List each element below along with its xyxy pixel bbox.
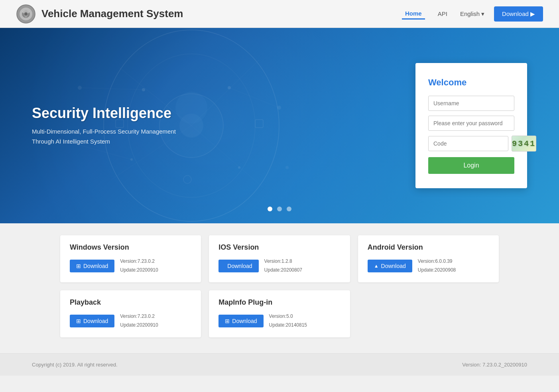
svg-line-23 [229, 88, 279, 108]
app-title: Vehicle Management System [41, 8, 183, 20]
login-card: Welcome 9341 Login [415, 63, 527, 188]
hero-title: Security Intelligence [32, 105, 176, 122]
ios-download-button[interactable]: Download [218, 260, 258, 272]
username-input[interactable] [428, 96, 514, 111]
android-icon: ▲ [374, 263, 379, 269]
header-left: Vehicle Management System [16, 4, 183, 24]
login-welcome: Welcome [428, 77, 514, 88]
mapinfo-icon: ⊞ [225, 318, 230, 324]
logo-icon [16, 4, 36, 24]
carousel-dot-1[interactable] [268, 207, 272, 211]
mapinfo-card: MapInfo Plug-in ⊞ Download Version:5.0 U… [209, 290, 350, 337]
svg-point-8 [175, 92, 207, 124]
mapinfo-info: Version:5.0 Update:20140815 [269, 312, 307, 329]
ios-info: Version:1.2.8 Update:20200807 [264, 257, 302, 274]
ios-row: Download Version:1.2.8 Update:20200807 [218, 257, 340, 274]
playback-row: ⊞ Download Version:7.23.0.2 Update:20200… [70, 312, 191, 329]
nav-api[interactable]: API [435, 9, 451, 19]
svg-line-21 [80, 88, 144, 90]
footer-copyright: Copyright (c) 2019. All right reserved. [32, 362, 118, 368]
playback-title: Playback [70, 298, 191, 307]
footer: Copyright (c) 2019. All right reserved. … [0, 353, 559, 376]
windows-row: ⊞ Download Version:7.23.0.2 Update:20200… [70, 257, 191, 274]
svg-rect-25 [255, 120, 263, 128]
playback-card: Playback ⊞ Download Version:7.23.0.2 Upd… [60, 290, 201, 337]
hero-subtitle: Multi-Dimensional, Full-Process Security… [32, 126, 176, 147]
windows-download-button[interactable]: ⊞ Download [70, 260, 114, 272]
android-title: Android Version [368, 243, 489, 252]
windows-icon: ⊞ [76, 263, 81, 269]
windows-info: Version:7.23.0.2 Update:20200910 [120, 257, 158, 274]
ios-title: IOS Version [218, 243, 340, 252]
windows-card: Windows Version ⊞ Download Version:7.23.… [60, 235, 201, 282]
playback-icon: ⊞ [76, 318, 81, 324]
svg-point-3 [24, 12, 28, 16]
svg-line-10 [191, 60, 259, 126]
svg-rect-26 [183, 175, 191, 183]
playback-info: Version:7.23.0.2 Update:20200910 [120, 312, 158, 329]
login-button[interactable]: Login [428, 157, 514, 174]
svg-point-16 [238, 166, 240, 169]
mapinfo-row: ⊞ Download Version:5.0 Update:20140815 [218, 312, 340, 329]
android-info: Version:6.0.0.39 Update:20200908 [418, 257, 456, 274]
hero-section: Security Intelligence Multi-Dimensional,… [0, 28, 559, 223]
footer-version: Version: 7.23.0.2_20200910 [462, 362, 527, 368]
captcha-image[interactable]: 9341 [512, 136, 536, 152]
header-download-button[interactable]: Download ▶ [494, 6, 543, 22]
header-nav: Home API English ▾ Download ▶ [402, 6, 543, 22]
nav-language[interactable]: English ▾ [460, 10, 484, 18]
carousel-dots [268, 207, 291, 211]
svg-point-20 [285, 166, 289, 169]
hero-content: Security Intelligence Multi-Dimensional,… [32, 105, 176, 147]
code-input[interactable] [428, 136, 508, 151]
downloads-grid-row2: Playback ⊞ Download Version:7.23.0.2 Upd… [60, 290, 499, 337]
android-download-button[interactable]: ▲ Download [368, 260, 412, 272]
windows-title: Windows Version [70, 243, 191, 252]
downloads-section: Windows Version ⊞ Download Version:7.23.… [0, 223, 559, 353]
carousel-dot-2[interactable] [277, 207, 282, 211]
password-input[interactable] [428, 116, 514, 131]
captcha-row: 9341 [428, 136, 514, 152]
ios-card: IOS Version Download Version:1.2.8 Updat… [209, 235, 350, 282]
header: Vehicle Management System Home API Engli… [0, 0, 559, 28]
mapinfo-title: MapInfo Plug-in [218, 298, 340, 307]
android-card: Android Version ▲ Download Version:6.0.0… [358, 235, 499, 282]
downloads-grid-row1: Windows Version ⊞ Download Version:7.23.… [60, 235, 499, 282]
svg-line-12 [191, 126, 263, 187]
android-row: ▲ Download Version:6.0.0.39 Update:20200… [368, 257, 489, 274]
empty-card-slot [358, 290, 499, 337]
playback-download-button[interactable]: ⊞ Download [70, 315, 114, 327]
mapinfo-download-button[interactable]: ⊞ Download [218, 315, 263, 327]
carousel-dot-3[interactable] [287, 207, 291, 211]
nav-home[interactable]: Home [402, 8, 425, 20]
